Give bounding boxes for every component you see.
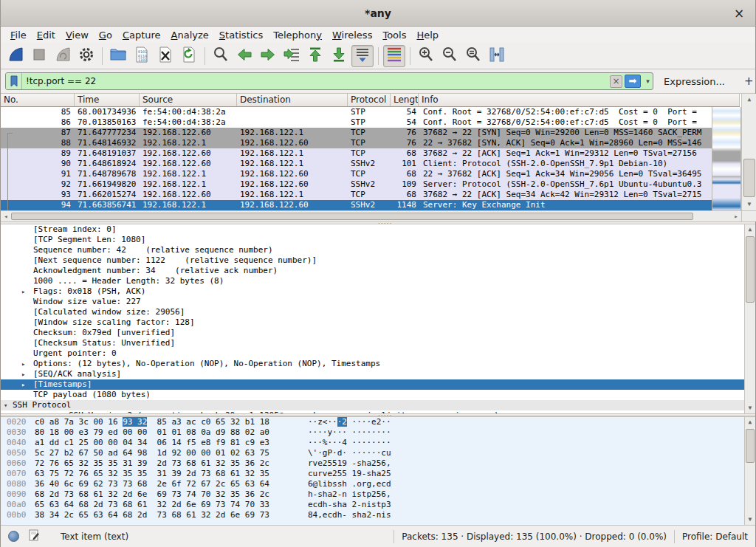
menu-go[interactable]: Go [94,28,117,42]
detail-line[interactable]: Checksum: 0x79ed [unverified] [1,328,755,338]
detail-line[interactable]: Sequence number: 42 (relative sequence n… [1,245,755,255]
colorize-button[interactable] [383,45,405,67]
menu-analyze[interactable]: Analyze [166,28,214,42]
detail-line[interactable]: [Stream index: 0] [1,224,755,235]
go-back-button[interactable] [233,45,255,67]
detail-line[interactable]: Acknowledgment number: 34 (relative ack … [1,266,755,276]
capture-options-button[interactable] [75,45,97,67]
detail-scroll-up-icon[interactable]: ▲ [745,224,755,235]
restart-capture-button[interactable] [52,45,74,67]
packet-row-90[interactable]: 9071.648618924192.168.122.60192.168.122.… [1,159,712,169]
go-first-button[interactable] [304,45,326,67]
stop-capture-button[interactable] [28,45,50,67]
profile-text[interactable]: Profile: Default [682,531,748,542]
hex-row-00b0[interactable]: 00b038 34 2c 65 63 64 68 2d 73 68 61 32 … [1,510,755,520]
start-capture-button[interactable] [4,45,27,67]
zoom-out-button[interactable] [439,45,461,67]
open-file-button[interactable] [107,45,129,67]
display-filter-input[interactable] [22,76,610,86]
filter-clear-button[interactable]: × [610,75,622,88]
hex-row-0060[interactable]: 006072 76 65 32 35 35 31 39 2d 73 68 61 … [1,458,755,469]
detail-line[interactable]: Urgent pointer: 0 [1,348,755,359]
menu-wireless[interactable]: Wireless [327,28,377,42]
save-file-button[interactable]: 010101101101 [131,45,153,67]
go-forward-button[interactable] [257,45,279,67]
hex-row-0070[interactable]: 007063 75 72 76 65 32 35 35 31 39 2d 73 … [1,469,755,479]
capture-comment-icon[interactable] [28,529,40,543]
scroll-left-icon[interactable]: ◂ [1,211,11,222]
detail-line[interactable]: Window size value: 227 [1,297,755,307]
menu-help[interactable]: Help [411,28,444,42]
menu-statistics[interactable]: Statistics [214,28,268,42]
menu-edit[interactable]: Edit [32,28,61,42]
detail-line[interactable]: ▾SSH Protocol [1,400,755,410]
detail-scroll-thumb[interactable] [746,236,755,303]
go-last-button[interactable] [328,45,350,67]
packet-row-86[interactable]: 8670.013850163fe:54:00:d4:38:2aSTP54Conf… [1,117,712,128]
scroll-down-icon[interactable]: ▼ [742,199,756,210]
intelligent-scrollbar-minimap[interactable] [712,107,741,210]
detail-line[interactable]: [Window size scaling factor: 128] [1,317,755,328]
filter-bookmark-button[interactable] [6,73,22,89]
hex-row-0020[interactable]: 0020c0 a8 7a 3c 00 16 93 32 85 a3 ac c0 … [1,417,755,427]
detail-vertical-scrollbar[interactable]: ▲ ▼ [744,224,755,413]
detail-line[interactable]: [TCP Segment Len: 1080] [1,235,755,245]
menu-file[interactable]: File [5,28,32,42]
expander-closed-icon[interactable]: ▸ [21,379,33,390]
column-header-no[interactable]: No. [1,94,75,106]
column-header-destination[interactable]: Destination [237,94,348,106]
packet-list-vertical-scrollbar[interactable]: ▲ ▼ [741,94,756,210]
reload-file-button[interactable] [178,45,200,67]
packet-row-91[interactable]: 9171.648789678192.168.122.1192.168.122.6… [1,169,712,179]
bytes-scroll-up-icon[interactable]: ▲ [745,417,755,427]
go-to-packet-button[interactable] [281,45,303,67]
packet-list-horizontal-scrollbar[interactable]: ◂ ▸ [1,210,741,221]
bytes-scroll-down-icon[interactable]: ▼ [745,515,755,525]
packet-row-93[interactable]: 9371.662015274192.168.122.60192.168.122.… [1,190,712,200]
menu-telephony[interactable]: Telephony [268,28,327,42]
detail-line[interactable]: ▸[SEQ/ACK analysis] [1,369,755,379]
menu-tools[interactable]: Tools [377,28,411,42]
packet-row-89[interactable]: 8971.648191037192.168.122.60192.168.122.… [1,148,712,159]
packet-list-scroll-thumb[interactable] [743,159,755,197]
bytes-vertical-scrollbar[interactable]: ▲ ▼ [744,417,755,525]
column-header-time[interactable]: Time [75,94,140,106]
detail-line[interactable]: [Checksum Status: Unverified] [1,338,755,348]
column-header-source[interactable]: Source [140,94,237,106]
expander-closed-icon[interactable]: ▸ [21,286,33,297]
filter-apply-button[interactable]: ➡ [625,75,641,88]
detail-scroll-down-icon[interactable]: ▼ [745,403,755,413]
packet-list-hscroll-thumb[interactable] [11,213,693,220]
detail-line[interactable]: [Calculated window size: 29056] [1,307,755,317]
detail-line[interactable]: ▸[Timestamps] [1,379,755,390]
column-header-info[interactable]: Info [419,94,740,106]
scroll-up-icon[interactable]: ▲ [742,94,756,105]
expert-info-icon[interactable] [8,531,19,542]
hex-row-0040[interactable]: 0040a1 dd c1 25 00 00 04 34 06 14 f5 e8 … [1,438,755,448]
detail-line[interactable]: 1000 .... = Header Length: 32 bytes (8) [1,276,755,286]
packet-row-85[interactable]: 8568.001734936fe:54:00:d4:38:2aSTP54Conf… [1,107,712,117]
menu-view[interactable]: View [61,28,94,42]
filter-history-dropdown[interactable]: ▾ [643,78,653,85]
packet-row-87[interactable]: 8771.647777234192.168.122.60192.168.122.… [1,128,712,138]
zoom-in-button[interactable] [415,45,437,67]
hex-row-0030[interactable]: 003080 18 00 e3 79 ed 00 00 01 01 08 0a … [1,427,755,438]
bytes-scroll-thumb[interactable] [746,429,755,463]
hex-row-0080[interactable]: 008036 40 6c 69 62 73 73 68 2e 6f 72 67 … [1,479,755,489]
detail-line[interactable]: [Next sequence number: 1122 (relative se… [1,255,755,266]
scroll-right-icon[interactable]: ▸ [731,211,741,222]
packet-row-94[interactable]: 9471.663856741192.168.122.1192.168.122.6… [1,200,712,210]
hex-row-00a0[interactable]: 00a065 63 64 68 2d 73 68 61 32 2d 6e 69 … [1,500,755,510]
detail-line[interactable]: ▸Flags: 0x018 (PSH, ACK) [1,286,755,297]
expander-closed-icon[interactable]: ▸ [21,369,33,379]
expression-button[interactable]: Expression... [653,76,735,87]
close-window-button[interactable]: × [732,6,746,21]
resize-columns-button[interactable] [486,45,508,67]
find-packet-button[interactable] [210,45,232,67]
add-filter-button[interactable]: + [735,75,756,88]
column-header-length[interactable]: Length [391,94,419,106]
hex-row-0050[interactable]: 00505c 27 b2 67 50 ad 64 98 1d 92 00 00 … [1,448,755,458]
menu-capture[interactable]: Capture [117,28,166,42]
detail-line[interactable]: ▸Options: (12 bytes), No-Operation (NOP)… [1,359,755,369]
expander-open-icon[interactable]: ▾ [4,400,13,410]
